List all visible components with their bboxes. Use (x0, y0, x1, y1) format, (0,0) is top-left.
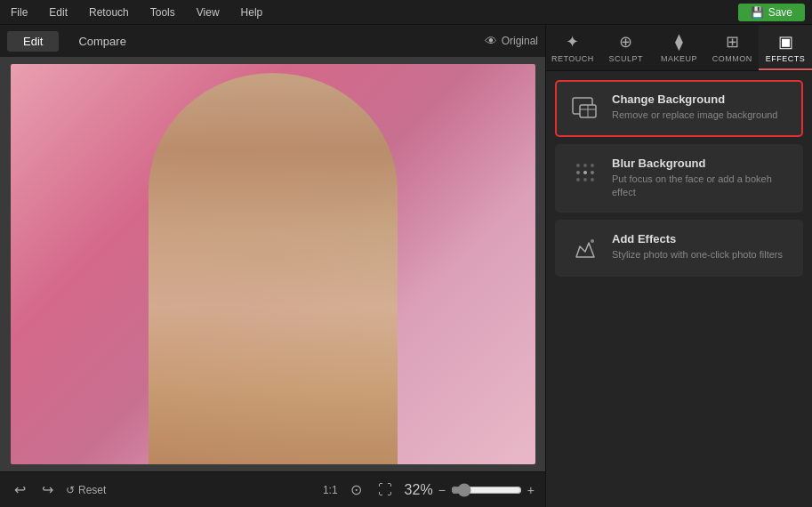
reset-icon: ↺ (66, 484, 75, 496)
svg-point-12 (591, 178, 594, 181)
add-effects-text: Add Effects Stylize photo with one-click… (612, 232, 783, 262)
original-label: Original (502, 35, 538, 47)
change-background-title: Change Background (612, 93, 778, 106)
icon-tabs: ✦ RETOUCH ⊕ SCULPT ⧫ MAKEUP ⊞ COMMON ▣ E… (546, 25, 812, 71)
menu-edit[interactable]: Edit (45, 4, 71, 20)
reset-button[interactable]: ↺ Reset (66, 484, 106, 496)
common-label: COMMON (712, 54, 752, 63)
change-background-card[interactable]: Change Background Remove or replace imag… (555, 80, 803, 137)
fit-button[interactable]: ⊙ (347, 479, 366, 500)
photo-canvas (11, 64, 535, 464)
svg-point-11 (583, 178, 587, 181)
menu-help[interactable]: Help (237, 4, 267, 20)
zoom-in-button[interactable]: + (527, 483, 535, 497)
tab-makeup[interactable]: ⧫ MAKEUP (653, 25, 706, 70)
common-icon: ⊞ (726, 32, 739, 52)
zoom-percent: 32% (405, 482, 433, 498)
blur-background-desc: Put focus on the face or add a bokeh eff… (612, 173, 789, 200)
zoom-controls: 32% − + (405, 482, 535, 498)
save-icon: 💾 (751, 6, 764, 19)
menu-retouch[interactable]: Retouch (85, 4, 133, 20)
blur-background-title: Blur Background (612, 157, 789, 170)
add-effects-title: Add Effects (612, 232, 783, 245)
reset-label: Reset (78, 484, 106, 496)
tab-compare[interactable]: Compare (62, 31, 141, 52)
change-background-desc: Remove or replace image background (612, 109, 778, 122)
eye-icon: 👁 (485, 34, 497, 48)
retouch-icon: ✦ (566, 32, 579, 52)
change-background-icon (569, 93, 601, 125)
zoom-out-button[interactable]: − (438, 483, 446, 497)
svg-point-7 (576, 171, 580, 174)
sculpt-icon: ⊕ (619, 32, 632, 52)
canvas-area (0, 57, 545, 471)
tab-effects[interactable]: ▣ EFFECTS (759, 25, 812, 70)
svg-point-10 (576, 178, 580, 181)
bottom-bar: ↩ ↪ ↺ Reset 1:1 ⊙ ⛶ 32% − + (0, 471, 545, 507)
svg-point-8 (583, 171, 587, 174)
svg-point-9 (591, 171, 594, 174)
undo-button[interactable]: ↩ (11, 479, 29, 500)
effects-label: EFFECTS (766, 54, 806, 63)
tab-edit[interactable]: Edit (7, 31, 59, 52)
original-toggle[interactable]: 👁 Original (485, 34, 538, 48)
zoom-ratio: 1:1 (323, 484, 338, 496)
main-area: Edit Compare 👁 Original ↩ ↪ ↺ Reset 1:1 … (0, 25, 812, 507)
left-panel: Edit Compare 👁 Original ↩ ↪ ↺ Reset 1:1 … (0, 25, 545, 507)
blur-background-text: Blur Background Put focus on the face or… (612, 157, 789, 200)
tab-sculpt[interactable]: ⊕ SCULPT (599, 25, 653, 70)
svg-point-4 (576, 164, 580, 167)
add-effects-icon (569, 232, 601, 264)
menu-view[interactable]: View (193, 4, 223, 20)
makeup-label: MAKEUP (661, 54, 697, 63)
tab-common[interactable]: ⊞ COMMON (705, 25, 759, 70)
add-effects-desc: Stylize photo with one-click photo filte… (612, 248, 783, 262)
change-background-text: Change Background Remove or replace imag… (612, 93, 778, 122)
sculpt-label: SCULPT (608, 54, 643, 63)
add-effects-card[interactable]: Add Effects Stylize photo with one-click… (555, 220, 803, 277)
right-content: Change Background Remove or replace imag… (546, 71, 812, 507)
svg-point-5 (583, 164, 587, 167)
tabs-bar: Edit Compare 👁 Original (0, 25, 545, 57)
effects-icon: ▣ (778, 32, 793, 52)
svg-point-6 (591, 164, 594, 167)
fullscreen-button[interactable]: ⛶ (374, 480, 396, 500)
blur-background-card[interactable]: Blur Background Put focus on the face or… (555, 144, 803, 213)
menu-file[interactable]: File (7, 4, 31, 20)
tab-retouch[interactable]: ✦ RETOUCH (546, 25, 599, 70)
zoom-slider[interactable] (451, 483, 522, 497)
svg-point-13 (591, 239, 594, 243)
menu-tools[interactable]: Tools (147, 4, 179, 20)
menu-bar: File Edit Retouch Tools View Help 💾 Save (0, 0, 812, 25)
retouch-label: RETOUCH (551, 54, 594, 63)
save-button[interactable]: 💾 Save (738, 4, 805, 21)
blur-background-icon (569, 157, 601, 189)
right-panel: ✦ RETOUCH ⊕ SCULPT ⧫ MAKEUP ⊞ COMMON ▣ E… (545, 25, 812, 507)
redo-button[interactable]: ↪ (38, 479, 57, 500)
makeup-icon: ⧫ (675, 32, 683, 52)
